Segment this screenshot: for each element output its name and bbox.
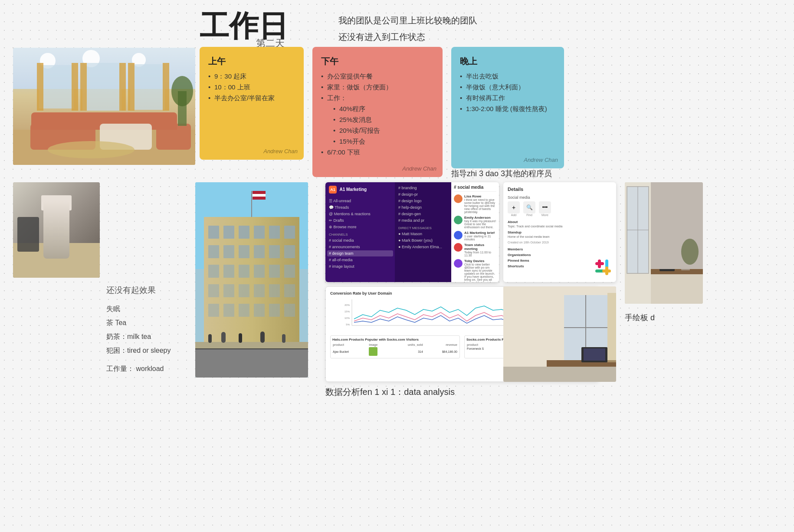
slack-workspace: A1 A1 Marketing: [327, 185, 393, 194]
t1r1-product: Ajax Bucket: [332, 347, 368, 356]
slack-dm-1[interactable]: ● Matt Mason: [397, 231, 449, 237]
workload-container: 工作量： workload: [106, 362, 171, 376]
slack-channel-design-pr[interactable]: # design-pr: [397, 191, 449, 197]
window-photo: [503, 286, 616, 382]
msg-text-3: 1 user starting in 21 minutes: [464, 235, 496, 241]
afternoon-item-1: 办公室提供午餐: [321, 72, 434, 81]
msg-content-2: Emily Anderson hey it was my pleasure! G…: [464, 216, 496, 229]
msg-avatar-5: [454, 259, 463, 268]
slack-sidebar: A1 A1 Marketing ☰ All-unread 💬 Threads @…: [325, 182, 395, 282]
svg-rect-4: [82, 63, 121, 111]
slack-logo: [594, 259, 612, 278]
svg-rect-50: [269, 284, 280, 297]
slack-msg-1: Lisa Rowe I think we need to give some b…: [454, 194, 496, 213]
slack-dm-2[interactable]: ● Mark Bower (you): [397, 237, 449, 243]
svg-rect-74: [602, 269, 611, 273]
msg-content-5: Toby Davies Click to view better @Elise …: [464, 259, 496, 282]
svg-rect-29: [223, 226, 234, 239]
instruction-text: 指导zhi 3 dao 3其他的程序员: [451, 168, 552, 179]
afternoon-sub-1: 40%程序: [333, 105, 434, 113]
slack-channel-design[interactable]: # design team: [327, 250, 393, 256]
slack-channel-browse[interactable]: ⊕ Browse more: [327, 224, 393, 230]
afternoon-extra: 6/7:00 下班: [321, 148, 434, 157]
msg-text-4: Today from 11:00 to 11:30: [464, 251, 496, 257]
svg-rect-39: [284, 245, 295, 258]
svg-rect-89: [607, 293, 616, 362]
msg-avatar-4: [454, 243, 463, 252]
slack-messages-panel: # social media Lisa Rowe I think we need…: [451, 182, 499, 282]
svg-rect-6: [37, 63, 43, 111]
about-text: Topic: Track and coordinate social media: [508, 225, 612, 228]
building-scene: [195, 182, 308, 378]
slack-channel-all-media[interactable]: # all-of-media: [327, 257, 393, 263]
svg-rect-36: [239, 245, 249, 258]
detail-add[interactable]: + Add: [508, 201, 520, 217]
slack-channel-media-pr[interactable]: # media and pr: [397, 217, 449, 223]
svg-rect-34: [208, 245, 219, 258]
evening-item-3: 有时候再工作: [460, 94, 555, 102]
slack-channel-design-gen[interactable]: # design-gen: [397, 211, 449, 217]
standup-heading: Standup: [508, 230, 612, 234]
svg-rect-51: [284, 284, 295, 297]
svg-rect-45: [284, 265, 295, 278]
slack-channel-image[interactable]: # image layout: [327, 263, 393, 269]
svg-rect-11: [163, 63, 169, 111]
slack-channel-branding[interactable]: # branding: [397, 185, 449, 191]
svg-rect-64: [208, 334, 212, 343]
evening-card-list: 半出去吃饭 半做饭（意大利面） 有时候再工作 1:30-2:00 睡觉 (報復性…: [460, 72, 555, 113]
slack-channel-help[interactable]: # help-design: [397, 204, 449, 210]
far-right-photo: [625, 182, 703, 304]
svg-rect-52: [208, 304, 219, 317]
msg-text-2: hey it was my pleasure! Great to see the…: [464, 220, 496, 229]
col-image: image: [368, 343, 389, 347]
slack-channel-announcements[interactable]: # announcements: [327, 244, 393, 250]
slack-channel-unread[interactable]: ☰ All-unread: [327, 198, 393, 204]
slack-channels-label: Channels: [329, 233, 393, 236]
afternoon-sub-4: 15%开会: [333, 138, 434, 146]
afternoon-sub-list: 40%程序 25%发消息 20%读/写报告 15%开会: [321, 105, 434, 146]
window-scene: [503, 286, 616, 382]
msg-text-5: Click to view better @Elise with po-sm t…: [464, 263, 496, 282]
svg-rect-60: [253, 194, 266, 197]
details-title: Details: [508, 187, 612, 192]
svg-rect-5: [130, 64, 165, 110]
svg-rect-37: [254, 245, 265, 258]
no-effect-text: 还没有起效果: [106, 282, 171, 299]
bottom-left-text: 还没有起效果 失眠 茶 Tea 奶茶：milk tea 犯困：tired or …: [106, 282, 171, 376]
slack-channel-mentions[interactable]: @ Mentions & reactions: [327, 211, 393, 217]
svg-point-101: [681, 239, 699, 265]
workload-label: 工作量：: [106, 365, 134, 372]
msg-avatar-1: [454, 194, 463, 203]
details-social-media: Social media: [508, 195, 612, 200]
detail-more[interactable]: ••• More: [539, 201, 551, 217]
slack-channel-design-logo[interactable]: # design logo: [397, 198, 449, 204]
svg-rect-68: [282, 334, 285, 343]
evening-item-4: 1:30-2:00 睡觉 (報復性熬夜): [460, 105, 555, 113]
office-photo: [13, 48, 195, 165]
find-label: Find: [523, 213, 535, 217]
slack-channel-threads[interactable]: 💬 Threads: [327, 204, 393, 210]
milk-tea-text: 奶茶：milk tea: [106, 330, 171, 344]
slack-channel-header: # social media: [454, 185, 496, 192]
svg-rect-7: [72, 63, 78, 111]
svg-text:15%: 15%: [345, 310, 350, 313]
morning-item-1: 9：30 起床: [208, 72, 295, 81]
svg-rect-47: [223, 284, 234, 297]
slack-middle-panel: # branding # design-pr # design logo # h…: [395, 182, 451, 282]
svg-rect-30: [239, 226, 249, 239]
slack-channel-social[interactable]: # social media: [327, 237, 393, 243]
svg-rect-38: [269, 245, 280, 258]
blender-photo: [13, 182, 100, 278]
slack-channel-drafts[interactable]: ✏ Drafts: [327, 217, 393, 223]
detail-find[interactable]: 🔍 Find: [523, 201, 535, 217]
standup-text: Home of the social media team: [508, 235, 612, 238]
created-date: Created on 16th October 2019: [508, 241, 612, 244]
svg-rect-28: [208, 226, 219, 239]
afternoon-card: 下午 办公室提供午餐 家里：做饭（方便面） 工作： 40%程序 25%发消息 2…: [312, 47, 443, 177]
slack-dm-3[interactable]: ● Emily Anderson Elma...: [397, 244, 449, 250]
office-scene: [13, 48, 195, 165]
msg-name-5: Toby Davies: [464, 259, 496, 263]
svg-rect-33: [284, 226, 295, 239]
slack-msg-3: A1 Marketing brief 1 user starting in 21…: [454, 231, 496, 241]
svg-rect-32: [269, 226, 280, 239]
